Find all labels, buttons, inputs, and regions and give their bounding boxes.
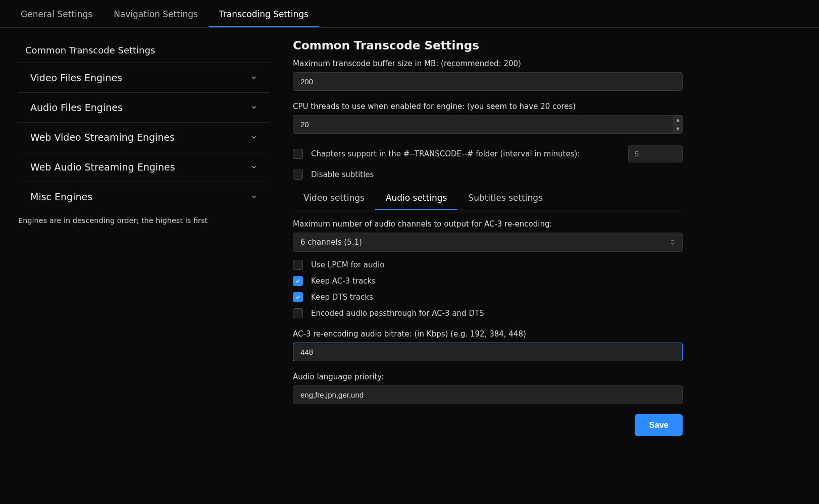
sidebar-note: Engines are in descending order; the hig… — [18, 211, 270, 225]
subtab-audio[interactable]: Audio settings — [375, 187, 458, 210]
save-button[interactable]: Save — [635, 414, 683, 436]
chevron-down-icon — [250, 104, 258, 111]
sidebar-item-audio-files[interactable]: Audio Files Engines — [18, 92, 270, 122]
chapters-interval-input[interactable] — [628, 145, 683, 162]
tab-general[interactable]: General Settings — [10, 0, 103, 27]
sidebar-item-video-files[interactable]: Video Files Engines — [18, 63, 270, 92]
chevron-down-icon — [250, 74, 258, 81]
cpu-step-up[interactable]: ▲ — [674, 116, 682, 125]
sidebar-item-label: Video Files Engines — [30, 72, 122, 83]
sidebar-item-label: Web Video Streaming Engines — [30, 132, 175, 143]
channels-select[interactable]: 6 channels (5.1) — [293, 233, 683, 252]
bitrate-input[interactable] — [293, 343, 683, 361]
tab-transcoding[interactable]: Transcoding Settings — [209, 0, 319, 27]
cpu-input[interactable] — [293, 115, 683, 134]
chapters-checkbox[interactable] — [293, 149, 303, 159]
panel-title: Common Transcode Settings — [293, 39, 683, 52]
lpcm-label: Use LPCM for audio — [311, 260, 384, 269]
keep-dts-label: Keep DTS tracks — [311, 293, 373, 302]
keep-ac3-checkbox[interactable] — [293, 276, 303, 286]
bitrate-label: AC-3 re-encoding audio bitrate: (in Kbps… — [293, 329, 683, 339]
main-panel: Common Transcode Settings Maximum transc… — [278, 28, 819, 446]
select-updown-icon — [670, 239, 675, 246]
channels-value: 6 channels (5.1) — [300, 238, 362, 247]
sidebar-item-label: Misc Engines — [30, 191, 92, 202]
cpu-label: CPU threads to use when enabled for engi… — [293, 102, 683, 111]
lang-label: Audio language priority: — [293, 372, 683, 381]
disable-subs-checkbox[interactable] — [293, 170, 303, 180]
keep-ac3-label: Keep AC-3 tracks — [311, 276, 376, 286]
subtab-subs[interactable]: Subtitles settings — [457, 187, 553, 210]
cpu-step-down[interactable]: ▼ — [674, 125, 682, 133]
buffer-label: Maximum transcode buffer size in MB: (re… — [293, 59, 683, 68]
chevron-down-icon — [250, 134, 258, 141]
chapters-label: Chapters support in the #--TRANSCODE--# … — [311, 149, 580, 158]
channels-label: Maximum number of audio channels to outp… — [293, 219, 683, 229]
buffer-input[interactable] — [293, 72, 683, 91]
sidebar-item-web-audio[interactable]: Web Audio Streaming Engines — [18, 152, 270, 182]
sidebar-item-web-video[interactable]: Web Video Streaming Engines — [18, 122, 270, 152]
sidebar-item-label: Audio Files Engines — [30, 102, 123, 113]
subtab-video[interactable]: Video settings — [293, 187, 375, 210]
disable-subs-label: Disable subtitles — [311, 170, 374, 179]
tab-navigation[interactable]: Navigation Settings — [103, 0, 209, 27]
sidebar-heading[interactable]: Common Transcode Settings — [18, 38, 270, 63]
sidebar: Common Transcode Settings Video Files En… — [0, 28, 278, 446]
top-tabs: General Settings Navigation Settings Tra… — [0, 0, 819, 28]
sidebar-item-label: Web Audio Streaming Engines — [30, 161, 175, 173]
chevron-down-icon — [250, 163, 258, 171]
sidebar-item-misc[interactable]: Misc Engines — [18, 182, 270, 211]
chevron-down-icon — [250, 193, 258, 200]
passthrough-checkbox[interactable] — [293, 308, 303, 318]
lang-input[interactable] — [293, 385, 683, 404]
sub-tabs: Video settings Audio settings Subtitles … — [293, 187, 683, 210]
passthrough-label: Encoded audio passthrough for AC-3 and D… — [311, 309, 484, 318]
keep-dts-checkbox[interactable] — [293, 292, 303, 302]
lpcm-checkbox[interactable] — [293, 260, 303, 270]
